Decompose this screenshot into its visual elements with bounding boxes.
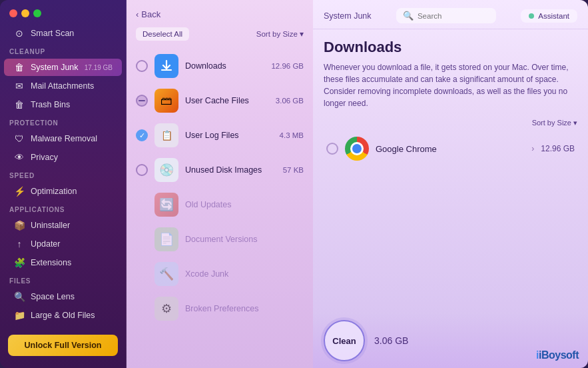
sidebar-item-mail-attachments[interactable]: ✉ Mail Attachments <box>4 77 122 95</box>
iboysoft-branding: iiBoysoft <box>536 349 579 361</box>
sub-item-size: 12.96 GB <box>541 144 575 153</box>
assistant-status-dot <box>529 13 534 19</box>
section-label-files: Files <box>0 272 126 287</box>
back-button[interactable]: ‹ Back <box>136 9 160 19</box>
item-name: Unused Disk Images <box>185 165 276 175</box>
speed-icon: ⚡ <box>13 186 25 197</box>
uninstaller-icon: 📦 <box>13 220 25 231</box>
chrome-icon <box>345 137 369 161</box>
section-label-cleanup: Cleanup <box>0 43 126 58</box>
list-item: 🔄 Old Updates <box>127 187 313 222</box>
document-versions-icon: 📄 <box>154 227 178 251</box>
files-icon: 📁 <box>13 310 25 321</box>
item-name: Xcode Junk <box>185 269 304 279</box>
sidebar-item-label: Optimization <box>31 187 77 196</box>
deselect-all-button[interactable]: Deselect All <box>136 27 189 41</box>
placeholder <box>136 199 148 211</box>
unlock-full-version-button[interactable]: Unlock Full Version <box>8 335 118 356</box>
maximize-button[interactable] <box>33 9 41 17</box>
sidebar-item-large-old-files[interactable]: 📁 Large & Old Files <box>4 307 122 324</box>
sidebar: ⊙ Smart Scan Cleanup 🗑 System Junk 17.19… <box>0 0 127 368</box>
close-button[interactable] <box>9 9 17 17</box>
sort-size-button[interactable]: Sort by Size ▾ <box>256 29 304 39</box>
sidebar-item-label: Uninstaller <box>31 221 70 230</box>
sidebar-item-smart-scan[interactable]: ⊙ Smart Scan <box>4 25 122 42</box>
search-bar[interactable]: 🔍 <box>396 8 496 23</box>
list-item[interactable]: 🗃 User Cache Files 3.06 GB <box>127 83 313 118</box>
item-info: Unused Disk Images <box>185 165 276 175</box>
right-sort-button[interactable]: Sort by Size ▾ <box>532 119 577 127</box>
branding-text: iBoysoft <box>539 349 579 361</box>
unused-disk-icon: 💿 <box>154 158 178 182</box>
downloads-icon <box>154 54 178 78</box>
chevron-right-icon: › <box>531 144 534 153</box>
sidebar-item-label: Privacy <box>31 153 58 162</box>
list-item[interactable]: Downloads 12.96 GB <box>127 49 313 83</box>
traffic-lights <box>0 7 126 24</box>
right-header: System Junk 🔍 Assistant <box>313 0 588 29</box>
sub-item-name: Google Chrome <box>376 144 525 154</box>
item-info: Old Updates <box>185 200 304 209</box>
checkbox-user-log[interactable]: ✓ <box>136 129 148 141</box>
checkbox-unused-disk[interactable] <box>136 164 148 176</box>
sidebar-item-extensions[interactable]: 🧩 Extensions <box>4 254 122 271</box>
assistant-label: Assistant <box>538 12 569 20</box>
list-item[interactable]: ✓ 📋 User Log Files 4.3 MB <box>127 118 313 153</box>
sidebar-item-privacy[interactable]: 👁 Privacy <box>4 149 122 166</box>
privacy-icon: 👁 <box>13 152 25 163</box>
list-item: 🔨 Xcode Junk <box>127 257 313 291</box>
middle-panel: ‹ Back Deselect All Sort by Size ▾ Downl… <box>127 0 313 368</box>
sidebar-item-space-lens[interactable]: 🔍 Space Lens <box>4 288 122 305</box>
sidebar-item-updater[interactable]: ↑ Updater <box>4 235 122 253</box>
clean-button[interactable]: Clean <box>324 320 365 361</box>
sidebar-item-system-junk[interactable]: 🗑 System Junk 17.19 GB <box>4 59 122 76</box>
item-size: 12.96 GB <box>271 62 304 70</box>
sidebar-item-malware-removal[interactable]: 🛡 Malware Removal <box>4 130 122 147</box>
mail-icon: ✉ <box>13 81 25 91</box>
list-item[interactable]: 💿 Unused Disk Images 57 KB <box>127 153 313 187</box>
sidebar-item-label: System Junk <box>31 63 79 72</box>
item-size: 3.06 GB <box>276 97 304 105</box>
item-name: Broken Preferences <box>185 304 304 313</box>
search-input[interactable] <box>418 12 491 20</box>
item-info: Xcode Junk <box>185 269 304 279</box>
sidebar-item-size: 17.19 GB <box>85 64 113 71</box>
bottom-bar: Clean 3.06 GB iiBoysoft <box>313 313 588 368</box>
item-name: User Log Files <box>185 131 273 140</box>
bottom-size-label: 3.06 GB <box>374 335 408 346</box>
sidebar-item-label: Large & Old Files <box>31 311 95 320</box>
sidebar-item-trash-bins[interactable]: 🗑 Trash Bins <box>4 96 122 113</box>
placeholder <box>136 233 148 245</box>
list-item: ⚙ Broken Preferences <box>127 291 313 326</box>
item-name: User Cache Files <box>185 96 269 105</box>
right-section-title: Downloads <box>324 39 577 56</box>
app-window: ⊙ Smart Scan Cleanup 🗑 System Junk 17.19… <box>0 0 588 368</box>
sub-list-item[interactable]: Google Chrome › 12.96 GB <box>324 131 577 166</box>
xcode-junk-icon: 🔨 <box>154 262 178 286</box>
item-size: 4.3 MB <box>280 131 304 139</box>
system-junk-icon: 🗑 <box>13 62 25 73</box>
sidebar-item-label: Trash Bins <box>31 100 70 109</box>
list-item: 📄 Document Versions <box>127 222 313 257</box>
placeholder <box>136 303 148 315</box>
back-label: Back <box>141 9 160 19</box>
checkbox-downloads[interactable] <box>136 60 148 72</box>
sidebar-item-label: Space Lens <box>31 292 75 301</box>
sidebar-item-optimization[interactable]: ⚡ Optimization <box>4 183 122 200</box>
item-name: Document Versions <box>185 235 304 244</box>
assistant-button[interactable]: Assistant <box>521 9 577 23</box>
placeholder <box>136 268 148 280</box>
sub-checkbox-chrome[interactable] <box>326 143 338 155</box>
sidebar-item-label: Malware Removal <box>31 134 97 143</box>
item-info: User Cache Files <box>185 96 269 105</box>
minimize-button[interactable] <box>21 9 29 17</box>
updater-icon: ↑ <box>13 239 25 249</box>
sidebar-item-label: Smart Scan <box>31 29 74 38</box>
extensions-icon: 🧩 <box>13 257 25 268</box>
sidebar-item-uninstaller[interactable]: 📦 Uninstaller <box>4 217 122 234</box>
space-lens-icon: 🔍 <box>13 291 25 302</box>
item-info: User Log Files <box>185 131 273 140</box>
right-panel: System Junk 🔍 Assistant Downloads Whenev… <box>313 0 588 368</box>
search-icon: 🔍 <box>403 11 414 21</box>
checkbox-user-cache[interactable] <box>136 95 148 107</box>
